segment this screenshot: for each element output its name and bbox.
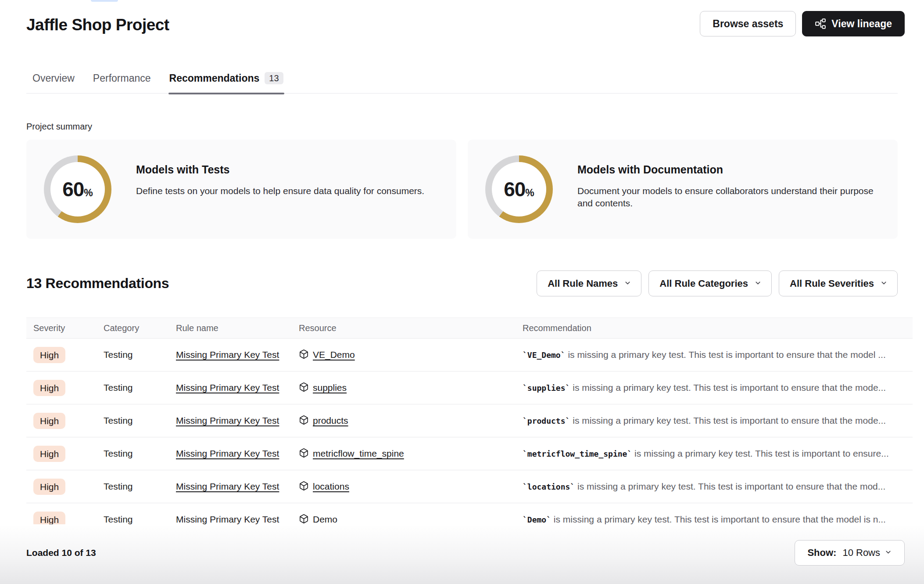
chevron-down-icon bbox=[885, 547, 892, 559]
tab-performance-label: Performance bbox=[93, 72, 151, 84]
recommendations-heading: 13 Recommendations bbox=[26, 275, 169, 292]
table-row: High Testing Missing Primary Key Test me… bbox=[26, 437, 913, 470]
rule-name-link[interactable]: Missing Primary Key Test bbox=[176, 481, 279, 491]
documentation-donut-chart: 60 % bbox=[485, 155, 553, 223]
column-header-severity: Severity bbox=[26, 323, 97, 333]
recommendation-code: `Demo` bbox=[523, 515, 551, 524]
recommendations-header: 13 Recommendations All Rule Names All Ru… bbox=[26, 270, 898, 296]
tests-card-description: Define tests on your models to help ensu… bbox=[136, 185, 424, 197]
category-text: Testing bbox=[104, 448, 133, 458]
resource-link[interactable]: VE_Demo bbox=[313, 350, 355, 360]
tab-recommendations-label: Recommendations bbox=[169, 72, 260, 84]
recommendations-table-body: High Testing Missing Primary Key Test VE… bbox=[26, 339, 913, 536]
resource-link[interactable]: supplies bbox=[313, 382, 347, 393]
chevron-down-icon bbox=[754, 278, 762, 289]
category-text: Testing bbox=[104, 415, 133, 425]
recommendation-code: `VE_Demo` bbox=[523, 350, 566, 360]
recommendation-code: `products` bbox=[523, 416, 570, 425]
documentation-percent-sign: % bbox=[525, 187, 534, 199]
models-with-documentation-card: 60 % Models with Documentation Document … bbox=[468, 140, 898, 239]
recommendation-text: is missing a primary key test. This test… bbox=[566, 350, 886, 360]
page-header: Jaffle Shop Project Browse assets View l… bbox=[0, 0, 924, 44]
rule-categories-filter-label: All Rule Categories bbox=[659, 278, 748, 289]
table-row: High Testing Missing Primary Key Test pr… bbox=[26, 404, 913, 437]
project-summary-label: Project summary bbox=[26, 122, 898, 132]
recommendation-code: `locations` bbox=[523, 482, 575, 491]
cube-icon bbox=[299, 514, 309, 526]
tests-percent-sign: % bbox=[84, 187, 93, 199]
category-text: Testing bbox=[104, 514, 133, 524]
lineage-graph-icon bbox=[815, 18, 826, 29]
cube-icon bbox=[299, 448, 309, 460]
models-with-tests-card: 60 % Models with Tests Define tests on y… bbox=[26, 140, 456, 239]
cube-icon bbox=[299, 349, 309, 361]
cube-icon bbox=[299, 382, 309, 394]
table-row: High Testing Missing Primary Key Test VE… bbox=[26, 339, 913, 371]
recommendation-text: is missing a primary key test. This test… bbox=[575, 481, 885, 491]
severity-badge: High bbox=[33, 413, 65, 429]
browse-assets-label: Browse assets bbox=[713, 18, 783, 30]
rule-severities-filter-label: All Rule Severities bbox=[790, 278, 874, 289]
recommendation-text: is missing a primary key test. This test… bbox=[551, 514, 886, 524]
tests-card-title: Models with Tests bbox=[136, 163, 424, 176]
column-header-recommendation: Recommendation bbox=[516, 323, 913, 333]
severity-badge: High bbox=[33, 479, 65, 495]
rule-names-filter-label: All Rule Names bbox=[548, 278, 618, 289]
header-actions: Browse assets View lineage bbox=[700, 11, 905, 36]
recommendation-code: `metricflow_time_spine` bbox=[523, 449, 632, 458]
filter-bar: All Rule Names All Rule Categories All R… bbox=[537, 270, 898, 296]
column-header-rule-name: Rule name bbox=[169, 323, 292, 333]
table-row: High Testing Missing Primary Key Test lo… bbox=[26, 470, 913, 503]
rule-names-filter-dropdown[interactable]: All Rule Names bbox=[537, 270, 641, 296]
chevron-down-icon bbox=[880, 278, 888, 289]
recommendations-count-badge: 13 bbox=[265, 72, 283, 84]
rule-name-link[interactable]: Missing Primary Key Test bbox=[176, 350, 279, 360]
column-header-resource: Resource bbox=[292, 323, 516, 333]
rule-name-link[interactable]: Missing Primary Key Test bbox=[176, 382, 279, 393]
recommendations-table: Severity Category Rule name Resource Rec… bbox=[26, 317, 913, 536]
cube-icon bbox=[299, 415, 309, 427]
category-text: Testing bbox=[104, 350, 133, 360]
rule-severities-filter-dropdown[interactable]: All Rule Severities bbox=[779, 270, 898, 296]
recommendation-text: is missing a primary key test. This test… bbox=[570, 382, 886, 393]
rule-name-link[interactable]: Missing Primary Key Test bbox=[176, 514, 279, 524]
chevron-down-icon bbox=[624, 278, 631, 289]
tab-performance[interactable]: Performance bbox=[92, 69, 152, 93]
tab-overview[interactable]: Overview bbox=[32, 69, 75, 93]
recommendation-code: `supplies` bbox=[523, 383, 570, 393]
recommendation-text: is missing a primary key test. This test… bbox=[570, 415, 886, 425]
table-row: High Testing Missing Primary Key Test su… bbox=[26, 371, 913, 404]
resource-link[interactable]: locations bbox=[313, 481, 349, 492]
documentation-card-title: Models with Documentation bbox=[577, 163, 880, 176]
view-lineage-label: View lineage bbox=[831, 18, 892, 30]
tab-overview-label: Overview bbox=[32, 72, 75, 84]
severity-badge: High bbox=[33, 446, 65, 462]
category-text: Testing bbox=[104, 481, 133, 491]
documentation-card-description: Document your models to ensure collabora… bbox=[577, 185, 880, 210]
loaded-count-text: Loaded 10 of 13 bbox=[26, 548, 96, 558]
tests-donut-chart: 60 % bbox=[44, 155, 111, 223]
rule-categories-filter-dropdown[interactable]: All Rule Categories bbox=[648, 270, 772, 296]
show-value: 10 Rows bbox=[842, 547, 880, 559]
browse-assets-button[interactable]: Browse assets bbox=[700, 11, 796, 36]
rows-per-page-dropdown[interactable]: Show: 10 Rows bbox=[795, 540, 905, 566]
column-header-category: Category bbox=[97, 323, 169, 333]
view-lineage-button[interactable]: View lineage bbox=[802, 11, 905, 36]
summary-cards: 60 % Models with Tests Define tests on y… bbox=[26, 140, 898, 239]
table-footer: Loaded 10 of 13 Show: 10 Rows bbox=[0, 524, 924, 584]
show-label: Show: bbox=[807, 547, 836, 559]
severity-badge: High bbox=[33, 347, 65, 363]
resource-link[interactable]: products bbox=[313, 415, 348, 426]
tab-bar: Overview Performance Recommendations 13 bbox=[26, 69, 898, 94]
rule-name-link[interactable]: Missing Primary Key Test bbox=[176, 415, 279, 425]
severity-badge: High bbox=[33, 380, 65, 396]
documentation-percent-value: 60 bbox=[504, 177, 525, 201]
table-header-row: Severity Category Rule name Resource Rec… bbox=[26, 318, 913, 339]
rule-name-link[interactable]: Missing Primary Key Test bbox=[176, 448, 279, 458]
resource-link[interactable]: metricflow_time_spine bbox=[313, 448, 404, 459]
tab-recommendations[interactable]: Recommendations 13 bbox=[168, 69, 284, 93]
recommendation-text: is missing a primary key test. This test… bbox=[632, 448, 888, 458]
category-text: Testing bbox=[104, 382, 133, 393]
cube-icon bbox=[299, 481, 309, 493]
resource-link[interactable]: Demo bbox=[313, 514, 337, 525]
